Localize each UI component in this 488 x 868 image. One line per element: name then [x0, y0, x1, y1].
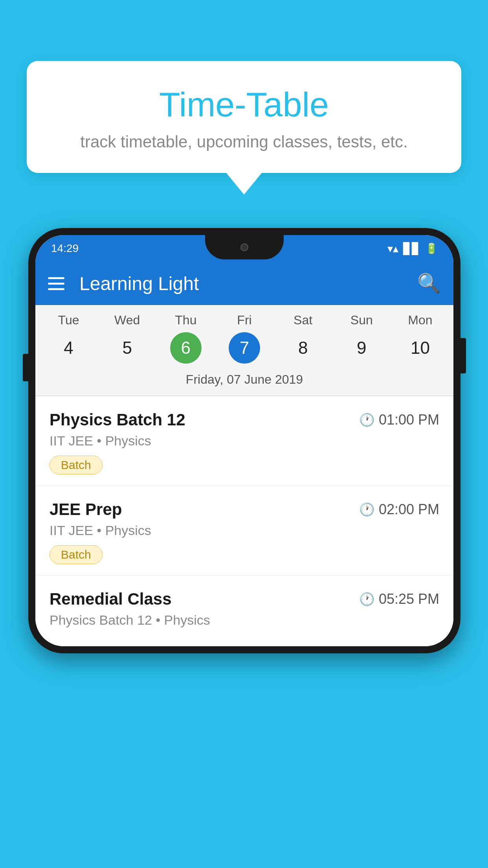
status-time: 14:29 [51, 242, 79, 255]
days-row: Tue4Wed5Thu6Fri7Sat8Sun9Mon10 [35, 313, 453, 368]
signal-icon: ▊▊ [403, 242, 420, 255]
day-col-mon[interactable]: Mon10 [391, 313, 449, 368]
camera-dot [240, 243, 248, 251]
schedule-item-subtitle: IIT JEE • Physics [50, 523, 439, 538]
day-col-fri[interactable]: Fri7 [215, 313, 273, 368]
schedule-item-subtitle: IIT JEE • Physics [50, 433, 439, 449]
day-col-thu[interactable]: Thu6 [156, 313, 215, 368]
menu-icon[interactable] [48, 277, 64, 290]
day-name: Fri [237, 313, 251, 327]
speech-bubble-title: Time-Table [50, 85, 438, 125]
day-number: 9 [346, 332, 377, 364]
app-bar: Learning Light 🔍 [35, 262, 453, 305]
day-col-sun[interactable]: Sun9 [332, 313, 391, 368]
status-bar: 14:29 ▾▴ ▊▊ 🔋 [35, 235, 453, 262]
selected-date-label: Friday, 07 June 2019 [35, 368, 453, 395]
day-number: 5 [112, 332, 143, 364]
schedule-item-name: Remedial Class [50, 590, 172, 609]
batch-tag: Batch [50, 545, 103, 564]
schedule-item-header: JEE Prep🕐 02:00 PM [50, 500, 439, 519]
day-number: 4 [53, 332, 84, 364]
day-name: Tue [58, 313, 79, 327]
schedule-list: Physics Batch 12🕐 01:00 PMIIT JEE • Phys… [35, 396, 453, 646]
wifi-icon: ▾▴ [387, 242, 398, 255]
day-col-wed[interactable]: Wed5 [98, 313, 156, 368]
schedule-item-header: Remedial Class🕐 05:25 PM [50, 590, 439, 609]
day-name: Thu [175, 313, 196, 327]
schedule-item-header: Physics Batch 12🕐 01:00 PM [50, 410, 439, 429]
schedule-item[interactable]: Remedial Class🕐 05:25 PMPhysics Batch 12… [35, 576, 453, 646]
search-icon[interactable]: 🔍 [417, 272, 441, 294]
speech-bubble-subtitle: track timetable, upcoming classes, tests… [50, 132, 438, 151]
schedule-item-time: 🕐 02:00 PM [359, 501, 439, 518]
schedule-item-name: Physics Batch 12 [50, 410, 185, 429]
schedule-item[interactable]: Physics Batch 12🕐 01:00 PMIIT JEE • Phys… [35, 396, 453, 486]
phone-notch [205, 235, 284, 259]
speech-bubble-container: Time-Table track timetable, upcoming cla… [27, 61, 461, 195]
schedule-item-time: 🕐 01:00 PM [359, 412, 439, 428]
day-number: 8 [287, 332, 319, 364]
battery-icon: 🔋 [425, 243, 438, 255]
batch-tag: Batch [50, 456, 103, 474]
day-name: Mon [408, 313, 432, 327]
speech-bubble: Time-Table track timetable, upcoming cla… [27, 61, 461, 173]
clock-icon: 🕐 [359, 412, 375, 427]
schedule-item-time: 🕐 05:25 PM [359, 591, 439, 607]
day-col-sat[interactable]: Sat8 [274, 313, 332, 368]
schedule-item-name: JEE Prep [50, 500, 122, 519]
status-icons: ▾▴ ▊▊ 🔋 [387, 242, 438, 255]
day-number: 7 [229, 332, 260, 364]
phone-mockup: 14:29 ▾▴ ▊▊ 🔋 Learning Light 🔍 [28, 228, 460, 653]
day-number: 6 [170, 332, 202, 364]
day-col-tue[interactable]: Tue4 [39, 313, 98, 368]
clock-icon: 🕐 [359, 502, 375, 517]
schedule-item-subtitle: Physics Batch 12 • Physics [50, 612, 439, 628]
clock-icon: 🕐 [359, 592, 375, 607]
phone-outer: 14:29 ▾▴ ▊▊ 🔋 Learning Light 🔍 [28, 228, 460, 653]
day-number: 10 [404, 332, 436, 364]
day-name: Sun [350, 313, 373, 327]
calendar-strip: Tue4Wed5Thu6Fri7Sat8Sun9Mon10 Friday, 07… [35, 305, 453, 396]
schedule-item[interactable]: JEE Prep🕐 02:00 PMIIT JEE • PhysicsBatch [35, 486, 453, 576]
app-title: Learning Light [79, 273, 406, 294]
speech-bubble-pointer [226, 173, 262, 195]
phone-screen: 14:29 ▾▴ ▊▊ 🔋 Learning Light 🔍 [35, 235, 453, 646]
day-name: Wed [114, 313, 140, 327]
day-name: Sat [294, 313, 312, 327]
